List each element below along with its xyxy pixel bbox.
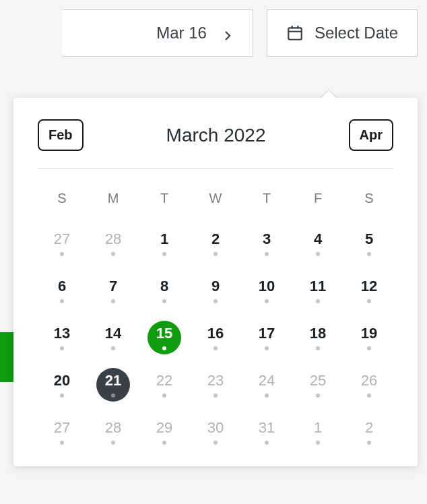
day-number: 4: [314, 230, 322, 248]
current-date-tab[interactable]: Mar 16: [62, 9, 253, 57]
select-date-label: Select Date: [315, 24, 398, 42]
day-number: 31: [259, 419, 275, 437]
event-dot-icon: [60, 393, 64, 398]
day-cell[interactable]: 2: [191, 222, 240, 264]
day-number: 27: [54, 230, 70, 248]
event-dot-icon: [265, 441, 269, 445]
day-cell[interactable]: 12: [345, 270, 393, 311]
day-cell[interactable]: 9: [191, 270, 240, 311]
event-dot-icon: [60, 252, 64, 256]
event-dot-icon: [111, 346, 115, 350]
current-date-label: Mar 16: [156, 24, 207, 42]
select-date-button[interactable]: Select Date: [267, 9, 418, 57]
day-number: 14: [105, 325, 121, 342]
day-number: 29: [156, 419, 172, 437]
day-cell[interactable]: 19: [345, 317, 393, 358]
event-dot-icon: [214, 393, 218, 398]
day-cell[interactable]: 29: [140, 411, 189, 453]
event-dot-icon: [367, 346, 371, 350]
prev-month-button[interactable]: Feb: [38, 119, 84, 151]
event-dot-icon: [60, 441, 64, 445]
event-dot-icon: [265, 346, 269, 350]
day-number: 24: [259, 372, 275, 389]
day-cell[interactable]: 27: [38, 411, 86, 453]
day-cell[interactable]: 2: [345, 411, 393, 453]
event-dot-icon: [316, 299, 320, 303]
day-cell[interactable]: 1: [140, 222, 189, 264]
day-cell[interactable]: 5: [345, 222, 393, 264]
day-number: 12: [361, 278, 377, 295]
day-number: 16: [207, 325, 224, 342]
day-cell[interactable]: 26: [345, 364, 393, 406]
event-dot-icon: [367, 393, 371, 398]
event-dot-icon: [367, 441, 371, 445]
day-cell[interactable]: 4: [294, 222, 342, 264]
top-bar: Mar 16 Select Date: [0, 0, 427, 66]
day-cell[interactable]: 16: [191, 317, 240, 358]
day-cell[interactable]: 21: [89, 364, 137, 406]
day-cell[interactable]: 25: [294, 364, 342, 406]
day-cell[interactable]: 22: [140, 364, 189, 406]
day-cell[interactable]: 28: [89, 411, 137, 453]
event-dot-icon: [367, 299, 371, 303]
svg-rect-0: [288, 28, 302, 39]
day-cell[interactable]: 1: [294, 411, 342, 453]
next-month-button[interactable]: Apr: [349, 119, 393, 151]
day-cell[interactable]: 31: [242, 411, 291, 453]
event-dot-icon: [162, 299, 166, 303]
day-cell[interactable]: 20: [38, 364, 86, 406]
day-cell[interactable]: 28: [89, 222, 137, 264]
day-number: 1: [314, 419, 322, 437]
day-cell[interactable]: 10: [242, 270, 291, 311]
day-header: T: [242, 185, 291, 217]
day-number: 26: [361, 372, 377, 389]
event-dot-icon: [316, 393, 320, 398]
day-number: 20: [54, 372, 70, 389]
day-header: T: [140, 185, 189, 217]
event-dot-icon: [316, 441, 320, 445]
chevron-right-icon: [222, 27, 234, 39]
event-dot-icon: [367, 252, 371, 256]
day-cell[interactable]: 14: [89, 317, 137, 358]
day-cell[interactable]: 23: [191, 364, 240, 406]
day-number: 17: [259, 325, 275, 342]
day-cell[interactable]: 8: [140, 270, 189, 311]
day-number: 2: [365, 419, 373, 437]
day-number: 8: [160, 278, 168, 295]
date-picker-popover: Feb March 2022 Apr SMTWTFS27281234567891…: [13, 98, 418, 466]
green-indicator: [0, 332, 13, 382]
day-number: 13: [54, 325, 70, 342]
event-dot-icon: [214, 346, 218, 350]
day-cell[interactable]: 3: [242, 222, 291, 264]
day-number: 27: [54, 419, 70, 437]
day-number: 28: [105, 419, 121, 437]
day-number: 10: [259, 278, 275, 295]
event-dot-icon: [316, 346, 320, 350]
day-number: 7: [109, 278, 117, 295]
day-cell[interactable]: 11: [294, 270, 342, 311]
event-dot-icon: [214, 441, 218, 445]
event-dot-icon: [316, 252, 320, 256]
day-cell[interactable]: 30: [191, 411, 240, 453]
event-dot-icon: [111, 393, 115, 398]
day-cell[interactable]: 13: [38, 317, 86, 358]
day-number: 3: [263, 230, 271, 248]
event-dot-icon: [265, 393, 269, 398]
day-cell[interactable]: 7: [89, 270, 137, 311]
event-dot-icon: [162, 441, 166, 445]
event-dot-icon: [265, 252, 269, 256]
day-number: 23: [207, 372, 224, 389]
day-cell[interactable]: 6: [38, 270, 86, 311]
day-number: 22: [156, 372, 172, 389]
day-cell[interactable]: 17: [242, 317, 291, 358]
day-cell[interactable]: 18: [294, 317, 342, 358]
day-cell[interactable]: 27: [38, 222, 86, 264]
day-header: F: [294, 185, 342, 217]
event-dot-icon: [111, 252, 115, 256]
day-cell[interactable]: 15: [140, 317, 189, 358]
day-number: 19: [361, 325, 377, 342]
day-number: 6: [58, 278, 66, 295]
calendar-header: Feb March 2022 Apr: [38, 119, 393, 169]
day-number: 21: [105, 372, 121, 389]
day-cell[interactable]: 24: [242, 364, 291, 406]
